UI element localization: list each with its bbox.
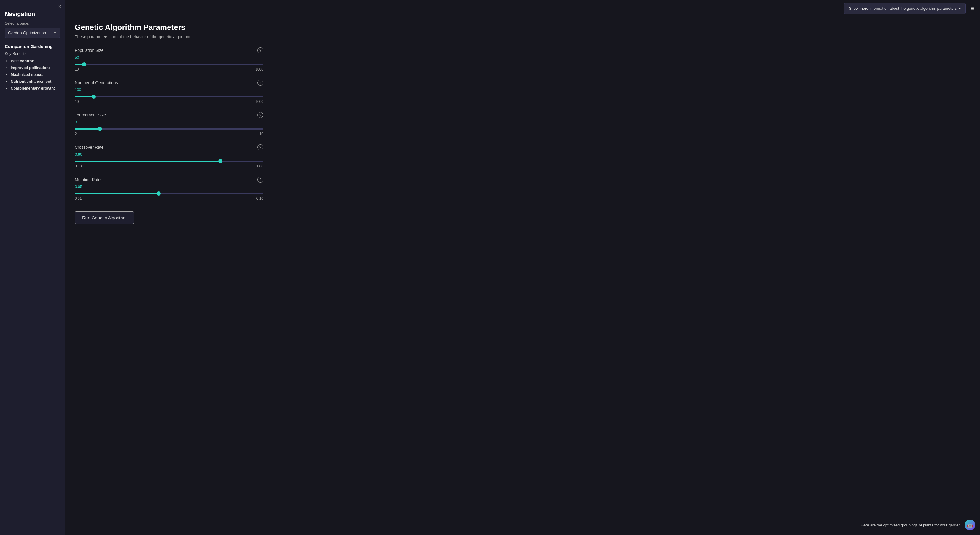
param-label: Crossover Rate [75,145,103,150]
slider-range: 10 1000 [75,67,263,71]
param-header: Mutation Rate ? [75,177,263,183]
slider-range: 2 10 [75,132,263,136]
param-label: Mutation Rate [75,177,100,182]
chevron-down-icon: ▾ [959,6,961,11]
slider-range: 10 1000 [75,100,263,104]
help-icon[interactable]: ? [258,112,263,118]
info-dropdown[interactable]: Show more information about the genetic … [844,3,966,14]
list-item: Improved pollination: [11,65,60,70]
slider-container [75,190,263,195]
crossover-rate-slider[interactable] [75,160,263,162]
mutation-rate-slider[interactable] [75,193,263,194]
help-icon[interactable]: ? [258,144,263,150]
range-min: 10 [75,100,79,104]
range-min: 2 [75,132,77,136]
param-label: Number of Generations [75,80,118,85]
param-num-generations: Number of Generations ? 100 10 1000 [75,80,263,104]
tournament-size-slider[interactable] [75,129,263,130]
slider-container [75,158,263,163]
benefits-list: Pest control: Improved pollination: Maxi… [5,59,60,93]
sidebar: × Navigation Select a page: Garden Optim… [0,0,65,535]
param-header: Tournament Size ? [75,112,263,118]
slider-value: 100 [75,87,263,92]
list-item: Pest control: [11,59,60,63]
help-icon[interactable]: ? [258,48,263,53]
close-button[interactable]: × [58,3,61,10]
range-max: 1.00 [256,164,263,168]
select-label: Select a page: [5,21,60,25]
slider-range: 0.10 1.00 [75,164,263,168]
slider-container [75,93,263,98]
key-benefits-label: Key Benefits [5,51,60,56]
bottom-status-text: Here are the optimized groupings of plan… [861,523,962,527]
avatar: 🤖 [964,519,975,530]
param-crossover-rate: Crossover Rate ? 0.80 0.10 1.00 [75,144,263,168]
param-label: Tournament Size [75,113,106,117]
param-header: Number of Generations ? [75,80,263,86]
param-tournament-size: Tournament Size ? 3 2 10 [75,112,263,136]
slider-container [75,61,263,66]
slider-value: 50 [75,55,263,60]
num-generations-slider[interactable] [75,96,263,97]
main-content: Show more information about the genetic … [65,0,980,535]
companion-gardening-title: Companion Gardening [5,44,60,49]
param-header: Population Size ? [75,48,263,53]
param-population-size: Population Size ? 50 10 1000 [75,48,263,71]
param-header: Crossover Rate ? [75,144,263,150]
slider-range: 0.01 0.10 [75,197,263,201]
range-max: 1000 [255,100,263,104]
population-size-slider[interactable] [75,64,263,65]
range-min: 0.01 [75,197,81,201]
page-title: Genetic Algorithm Parameters [75,23,263,32]
range-max: 10 [259,132,263,136]
range-max: 0.10 [256,197,263,201]
slider-value: 0.80 [75,152,263,157]
list-item: Nutrient enhancement: [11,79,60,84]
list-item: Maximized space: [11,72,60,77]
bottom-status: Here are the optimized groupings of plan… [861,519,975,530]
nav-title: Navigation [5,11,60,17]
topbar: Show more information about the genetic … [65,0,980,17]
page-description: These parameters control the behavior of… [75,34,263,39]
hamburger-button[interactable]: ≡ [969,4,975,13]
param-mutation-rate: Mutation Rate ? 0.05 0.01 0.10 [75,177,263,201]
range-min: 10 [75,67,79,71]
content-area: Genetic Algorithm Parameters These param… [65,17,273,236]
list-item: Complementary growth: [11,86,60,90]
range-min: 0.10 [75,164,81,168]
help-icon[interactable]: ? [258,80,263,86]
slider-value: 0.05 [75,184,263,189]
slider-container [75,125,263,131]
param-label: Population Size [75,48,103,53]
help-icon[interactable]: ? [258,177,263,183]
run-genetic-algorithm-button[interactable]: Run Genetic Algorithm [75,211,134,224]
info-dropdown-label: Show more information about the genetic … [849,6,956,11]
page-select[interactable]: Garden Optimization [5,28,60,38]
slider-value: 3 [75,120,263,124]
range-max: 1000 [255,67,263,71]
